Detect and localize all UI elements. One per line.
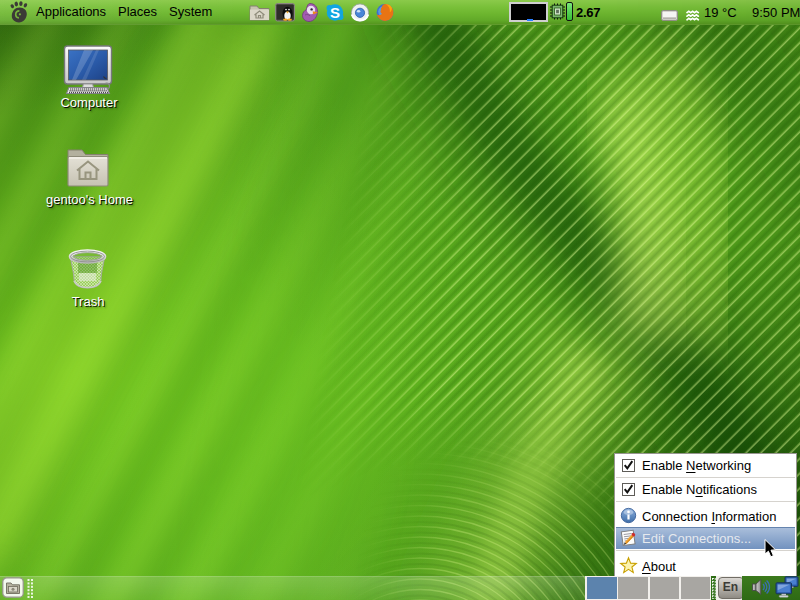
svg-text:S: S	[330, 4, 340, 21]
